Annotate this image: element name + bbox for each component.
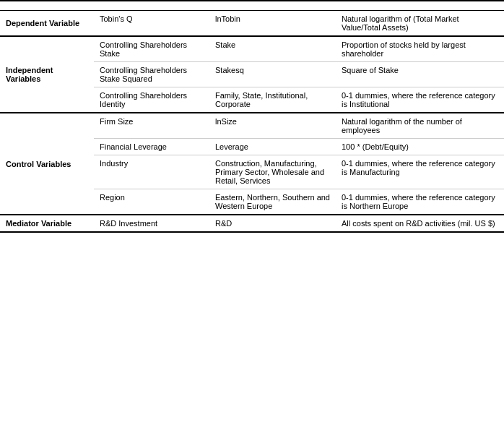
code-description: All costs spent on R&D activities (mil. … xyxy=(336,215,504,232)
code-description: Square of Stake xyxy=(336,62,504,87)
variable-label: Stakesq xyxy=(209,62,336,87)
header-code-description xyxy=(336,1,504,11)
header-variable-name xyxy=(94,1,209,11)
variable-label: Leverage xyxy=(209,139,336,155)
variable-label: Family, State, Institutional, Corporate xyxy=(209,87,336,113)
variable-name: Industry xyxy=(94,155,209,189)
variable-name: Tobin's Q xyxy=(94,11,209,37)
variable-name: Financial Leverage xyxy=(94,139,209,155)
section-label: Independent Variables xyxy=(0,36,94,113)
variable-name: Controlling Shareholders Identity xyxy=(94,87,209,113)
header-variable-function xyxy=(0,1,94,11)
variable-label: lnSize xyxy=(209,113,336,139)
variable-label: Stake xyxy=(209,36,336,62)
header-variable-label xyxy=(209,1,336,11)
section-label: Dependent Variable xyxy=(0,11,94,37)
variable-name: Controlling Shareholders Stake Squared xyxy=(94,62,209,87)
code-description: Natural logarithm of (Total Market Value… xyxy=(336,11,504,37)
variable-name: Controlling Shareholders Stake xyxy=(94,36,209,62)
code-description: 0-1 dummies, where the reference categor… xyxy=(336,87,504,113)
variable-label: Construction, Manufacturing, Primary Sec… xyxy=(209,155,336,189)
section-label: Control Variables xyxy=(0,113,94,215)
variable-name: Firm Size xyxy=(94,113,209,139)
variable-label: lnTobin xyxy=(209,11,336,37)
code-description: Proportion of stocks held by largest sha… xyxy=(336,36,504,62)
variable-name: Region xyxy=(94,189,209,215)
code-description: 100 * (Debt/Equity) xyxy=(336,139,504,155)
section-label: Mediator Variable xyxy=(0,215,94,232)
variable-label: Eastern, Northern, Southern and Western … xyxy=(209,189,336,215)
code-description: 0-1 dummies, where the reference categor… xyxy=(336,155,504,189)
variable-label: R&D xyxy=(209,215,336,232)
variable-name: R&D Investment xyxy=(94,215,209,232)
code-description: Natural logarithm of the number of emplo… xyxy=(336,113,504,139)
code-description: 0-1 dummies, where the reference categor… xyxy=(336,189,504,215)
